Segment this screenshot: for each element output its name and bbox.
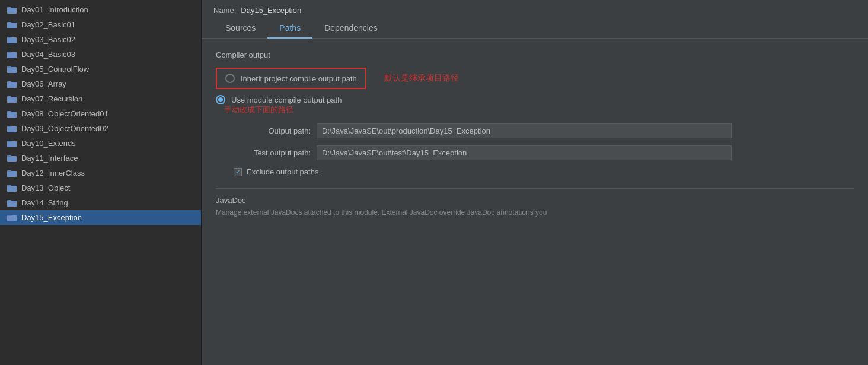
test-output-path-row: Test output path: D:\Java\JavaSE\out\tes… <box>216 145 854 160</box>
svg-rect-25 <box>7 185 11 186</box>
javadoc-section: JavaDoc Manage external JavaDocs attache… <box>216 188 854 217</box>
inherit-radio-option[interactable]: Inherit project compile output path <box>216 68 366 89</box>
folder-icon <box>7 199 17 207</box>
sidebar-item-day04[interactable]: Day04_Basic03 <box>0 47 201 62</box>
svg-rect-27 <box>7 200 11 201</box>
folder-icon <box>7 184 17 192</box>
svg-rect-19 <box>7 141 11 142</box>
exclude-checkbox-row[interactable]: Exclude output paths <box>216 167 854 176</box>
sidebar-item-label: Day11_Interface <box>21 154 78 163</box>
sidebar-item-day12[interactable]: Day12_InnerClass <box>0 166 201 180</box>
sidebar-item-label: Day13_Object <box>21 183 70 192</box>
svg-rect-7 <box>7 52 11 53</box>
sidebar-item-day13[interactable]: Day13_Object <box>0 180 201 195</box>
tabs-bar: Sources Paths Dependencies <box>202 18 868 39</box>
svg-rect-21 <box>7 155 11 157</box>
folder-icon <box>7 110 17 118</box>
svg-rect-4 <box>7 37 17 43</box>
svg-rect-29 <box>7 215 11 216</box>
folder-icon <box>7 169 17 177</box>
javadoc-desc: Manage external JavaDocs attached to thi… <box>216 208 854 217</box>
tab-dependencies[interactable]: Dependencies <box>312 18 390 39</box>
name-row: Name: Day15_Exception <box>202 0 868 18</box>
javadoc-title: JavaDoc <box>216 196 854 205</box>
svg-rect-20 <box>7 156 17 162</box>
sidebar-item-label: Day10_Extends <box>21 139 76 148</box>
svg-rect-3 <box>7 22 11 23</box>
svg-rect-9 <box>7 66 11 68</box>
sidebar-item-day01[interactable]: Day01_Introduction <box>0 2 201 17</box>
output-path-label: Output path: <box>234 126 311 135</box>
sidebar-item-day08[interactable]: Day08_ObjectOriented01 <box>0 106 201 121</box>
folder-icon <box>7 36 17 44</box>
svg-rect-16 <box>7 126 17 132</box>
sidebar-item-day02[interactable]: Day02_Basic01 <box>0 17 201 32</box>
sidebar-item-day05[interactable]: Day05_ControlFlow <box>0 62 201 77</box>
svg-rect-8 <box>7 67 17 73</box>
folder-icon <box>7 21 17 29</box>
svg-rect-18 <box>7 141 17 147</box>
tab-paths[interactable]: Paths <box>267 18 312 39</box>
svg-rect-12 <box>7 97 17 103</box>
inherit-option-row: Inherit project compile output path 默认是继… <box>216 68 854 89</box>
sidebar-item-day10[interactable]: Day10_Extends <box>0 136 201 151</box>
sidebar-item-day15[interactable]: Day15_Exception <box>0 210 201 225</box>
sidebar-item-label: Day08_ObjectOriented01 <box>21 109 108 118</box>
svg-rect-0 <box>7 8 17 14</box>
test-output-path-value[interactable]: D:\Java\JavaSE\out\test\Day15_Exception <box>317 145 732 160</box>
folder-icon <box>7 95 17 103</box>
name-value: Day15_Exception <box>241 6 301 15</box>
use-module-radio-label: Use module compile output path <box>231 96 342 104</box>
sidebar-item-label: Day05_ControlFlow <box>21 65 89 74</box>
sidebar-item-label: Day02_Basic01 <box>21 20 75 29</box>
use-module-annotation: 手动改成下面的路径 <box>216 104 854 115</box>
svg-rect-6 <box>7 52 17 58</box>
svg-rect-11 <box>7 81 11 82</box>
sidebar-item-label: Day01_Introduction <box>21 5 88 14</box>
sidebar-item-day11[interactable]: Day11_Interface <box>0 151 201 166</box>
svg-rect-2 <box>7 23 17 28</box>
sidebar: Day01_Introduction Day02_Basic01 Day03_B… <box>0 0 202 365</box>
sidebar-item-day06[interactable]: Day06_Array <box>0 77 201 91</box>
svg-rect-28 <box>7 215 17 221</box>
folder-icon <box>7 6 17 14</box>
content-area: Compiler output Inherit project compile … <box>202 39 868 365</box>
name-label: Name: <box>213 6 236 15</box>
sidebar-item-label: Day06_Array <box>21 80 66 88</box>
test-output-path-label: Test output path: <box>234 148 311 157</box>
exclude-label: Exclude output paths <box>247 167 318 176</box>
sidebar-item-label: Day14_String <box>21 198 68 207</box>
sidebar-item-label: Day04_Basic03 <box>21 50 75 59</box>
compiler-output-label: Compiler output <box>216 50 854 59</box>
folder-icon <box>7 139 17 148</box>
sidebar-item-day07[interactable]: Day07_Recursion <box>0 91 201 106</box>
sidebar-item-label: Day07_Recursion <box>21 94 82 103</box>
svg-rect-24 <box>7 186 17 192</box>
svg-rect-23 <box>7 170 11 172</box>
folder-icon <box>7 50 17 59</box>
sidebar-item-label: Day03_Basic02 <box>21 35 75 44</box>
svg-rect-26 <box>7 201 17 207</box>
svg-rect-14 <box>7 112 17 118</box>
main-panel: Name: Day15_Exception Sources Paths Depe… <box>202 0 868 365</box>
sidebar-item-day14[interactable]: Day14_String <box>0 195 201 210</box>
sidebar-item-label: Day15_Exception <box>21 213 82 222</box>
inherit-radio-label: Inherit project compile output path <box>241 74 357 83</box>
output-path-value[interactable]: D:\Java\JavaSE\out\production\Day15_Exce… <box>317 123 732 138</box>
output-path-row: Output path: D:\Java\JavaSE\out\producti… <box>216 123 854 138</box>
use-module-row: Use module compile output path <box>216 95 854 104</box>
folder-icon <box>7 214 17 222</box>
use-module-radio-option[interactable]: Use module compile output path <box>216 95 342 104</box>
svg-rect-10 <box>7 82 17 88</box>
inherit-radio-circle[interactable] <box>225 74 235 83</box>
use-module-radio-circle[interactable] <box>216 95 225 104</box>
sidebar-item-label: Day09_ObjectOriented02 <box>21 124 108 133</box>
svg-rect-1 <box>7 7 11 8</box>
svg-rect-17 <box>7 126 11 127</box>
svg-rect-5 <box>7 37 11 38</box>
tab-sources[interactable]: Sources <box>213 18 267 39</box>
exclude-checkbox[interactable] <box>234 168 242 176</box>
sidebar-item-day03[interactable]: Day03_Basic02 <box>0 32 201 47</box>
folder-icon <box>7 125 17 133</box>
sidebar-item-day09[interactable]: Day09_ObjectOriented02 <box>0 121 201 136</box>
